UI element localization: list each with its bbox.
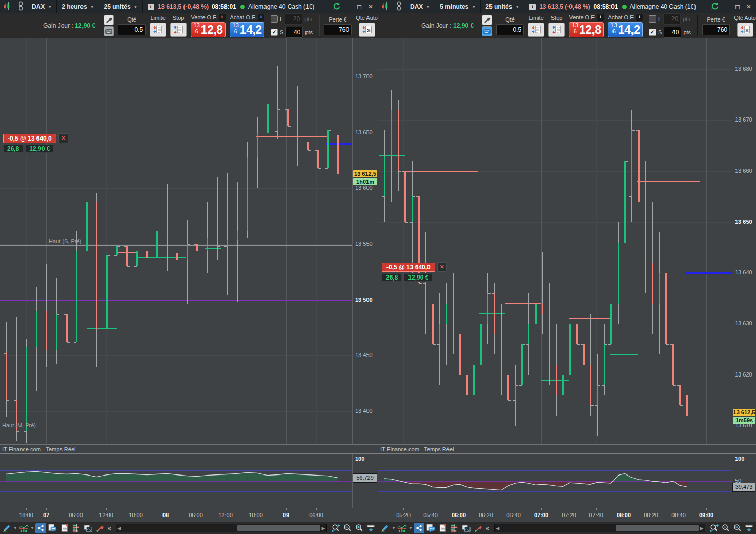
- limit-checkbox[interactable]: [649, 15, 656, 23]
- scrollbar-thumb[interactable]: [237, 525, 320, 531]
- order-settings-button[interactable]: [482, 15, 492, 25]
- units-dropdown[interactable]: 25 unités▼: [99, 0, 143, 13]
- stop-order-button[interactable]: [548, 23, 565, 37]
- stop-checkbox[interactable]: ✓: [649, 29, 656, 36]
- scroll-left-button[interactable]: ◀: [116, 526, 122, 531]
- stop-checkbox[interactable]: ✓: [271, 29, 278, 36]
- order-book-button[interactable]: [71, 523, 81, 533]
- qty-input[interactable]: [118, 24, 146, 35]
- zoom-out-button[interactable]: [342, 523, 353, 533]
- info-icon[interactable]: i: [258, 14, 264, 21]
- maximize-button[interactable]: ◻: [734, 3, 741, 10]
- price-chart-plot[interactable]: [378, 38, 732, 444]
- zoom-out-button[interactable]: [720, 523, 731, 533]
- limit-order-button[interactable]: [150, 23, 166, 37]
- zoom-in-button[interactable]: [732, 523, 743, 533]
- refresh-icon[interactable]: [710, 2, 719, 12]
- info-icon[interactable]: i: [636, 14, 643, 21]
- qty-auto-button[interactable]: [737, 23, 753, 37]
- news-button[interactable]: [59, 523, 70, 533]
- scroll-right-button[interactable]: ▶: [320, 526, 326, 531]
- share-button[interactable]: [414, 523, 424, 533]
- zoom-in-button[interactable]: [354, 523, 364, 533]
- chart-scrollbar[interactable]: ◀ ▶: [494, 524, 705, 532]
- limit-checkbox[interactable]: [271, 15, 278, 23]
- stop-order-button[interactable]: [170, 23, 187, 37]
- price-axis[interactable]: 13 68013 67013 66013 65013 64013 63013 6…: [732, 38, 756, 444]
- notes-button[interactable]: [425, 523, 436, 533]
- minimize-button[interactable]: —: [723, 3, 730, 10]
- loss-input[interactable]: [702, 24, 730, 35]
- collapse-toolbar-button[interactable]: «: [484, 525, 491, 532]
- time-axis[interactable]: 05:2005:4006:0006:2006:4007:0007:2007:40…: [378, 508, 756, 522]
- info-icon[interactable]: i: [597, 14, 604, 21]
- zoom-select-button[interactable]: [330, 523, 341, 533]
- fit-chart-button[interactable]: [744, 523, 754, 533]
- info-icon[interactable]: i: [148, 4, 154, 10]
- sell-market-button[interactable]: 13 612,8: [191, 22, 226, 37]
- close-button[interactable]: ✕: [367, 3, 374, 10]
- symbol-dropdown[interactable]: DAX▼: [405, 0, 435, 13]
- bar-open-tick: [471, 395, 474, 395]
- time-axis[interactable]: 18:000706:0012:0018:000806:0012:0018:000…: [0, 508, 378, 522]
- indicators-dropdown[interactable]: ▼: [408, 526, 413, 530]
- close-button[interactable]: ✕: [745, 3, 752, 10]
- price-axis[interactable]: 13 70013 65013 60013 55013 50013 45013 4…: [353, 38, 378, 444]
- candlestick-chart-icon[interactable]: [3, 2, 11, 12]
- stop-pts-input[interactable]: [664, 27, 681, 38]
- candlestick-chart-icon[interactable]: [381, 2, 389, 12]
- draw-tool-button[interactable]: [2, 523, 12, 533]
- close-position-button[interactable]: ✕: [58, 133, 68, 143]
- scrollbar-thumb[interactable]: [616, 525, 699, 531]
- collapse-toolbar-button[interactable]: «: [106, 525, 113, 532]
- limit-order-button[interactable]: [528, 23, 544, 37]
- indicators-dropdown[interactable]: ▼: [30, 526, 34, 530]
- indicators-button[interactable]: [397, 523, 407, 533]
- rsi-indicator-plot[interactable]: [378, 454, 732, 508]
- grid-line-v: [706, 38, 707, 444]
- maximize-button[interactable]: ◻: [356, 3, 363, 10]
- keyboard-trading-button[interactable]: [482, 26, 492, 36]
- order-settings-button[interactable]: [104, 15, 114, 25]
- settings-wrench-button[interactable]: [473, 523, 483, 533]
- buy-market-button[interactable]: 13 614,2: [608, 22, 643, 37]
- qty-auto-button[interactable]: [359, 23, 375, 37]
- timeframe-dropdown[interactable]: 5 minutes▼: [435, 0, 481, 13]
- order-book-button[interactable]: [449, 523, 460, 533]
- indicators-button[interactable]: [18, 523, 29, 533]
- stop-pts-input[interactable]: [285, 27, 303, 38]
- link-chain-icon[interactable]: [396, 1, 402, 12]
- settings-wrench-button[interactable]: [94, 523, 105, 533]
- zoom-select-button[interactable]: [708, 523, 719, 533]
- minimize-button[interactable]: —: [344, 3, 352, 10]
- share-button[interactable]: [35, 523, 46, 533]
- notes-button[interactable]: [47, 523, 58, 533]
- draw-tool-dropdown[interactable]: ▼: [392, 526, 396, 530]
- rsi-indicator-plot[interactable]: [0, 454, 353, 508]
- buy-market-button[interactable]: 13 614,2: [230, 22, 264, 37]
- close-position-button[interactable]: ✕: [437, 262, 447, 272]
- news-button[interactable]: [437, 523, 448, 533]
- chart-scrollbar[interactable]: ◀ ▶: [116, 524, 327, 532]
- loss-input[interactable]: [324, 24, 352, 35]
- limit-pts-input[interactable]: [663, 13, 681, 25]
- symbol-dropdown[interactable]: DAX▼: [27, 0, 57, 13]
- draw-tool-dropdown[interactable]: ▼: [13, 526, 17, 530]
- fit-chart-button[interactable]: [365, 523, 376, 533]
- scroll-right-button[interactable]: ▶: [699, 526, 705, 531]
- link-chain-icon[interactable]: [18, 1, 24, 12]
- draw-tool-button[interactable]: [380, 523, 391, 533]
- qty-input[interactable]: [496, 24, 524, 35]
- chart-snapshot-button[interactable]: [461, 523, 472, 533]
- scroll-left-button[interactable]: ◀: [495, 526, 501, 531]
- keyboard-trading-button[interactable]: [104, 26, 114, 36]
- refresh-icon[interactable]: [332, 2, 340, 12]
- units-dropdown[interactable]: 25 unités▼: [481, 0, 524, 13]
- limit-pts-input[interactable]: [285, 13, 302, 25]
- sell-market-button[interactable]: 13 612,8: [569, 22, 604, 37]
- info-icon[interactable]: i: [529, 4, 536, 10]
- chart-snapshot-button[interactable]: [83, 523, 93, 533]
- limit-label: Limite: [528, 15, 543, 21]
- timeframe-dropdown[interactable]: 2 heures▼: [57, 0, 99, 13]
- info-icon[interactable]: i: [219, 14, 226, 21]
